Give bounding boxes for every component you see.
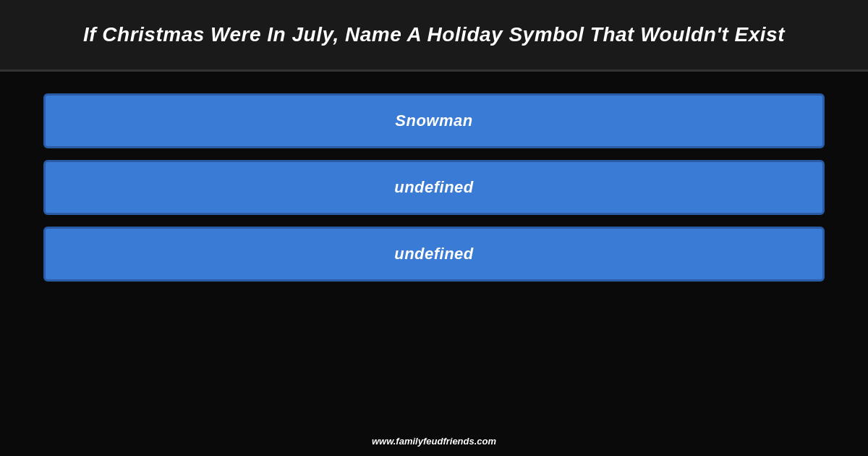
question-header: If Christmas Were In July, Name A Holida…: [0, 0, 868, 72]
answers-list: Snowman undefined undefined: [0, 72, 868, 303]
answer-item-3[interactable]: undefined: [43, 227, 825, 282]
answer-text-3: undefined: [394, 245, 474, 263]
answer-item-2[interactable]: undefined: [43, 160, 825, 215]
answer-text-2: undefined: [394, 178, 474, 196]
question-title: If Christmas Were In July, Name A Holida…: [29, 22, 839, 48]
footer: www.familyfeudfriends.com: [0, 434, 868, 447]
footer-url: www.familyfeudfriends.com: [372, 436, 496, 447]
answer-item-1[interactable]: Snowman: [43, 93, 825, 148]
answer-text-1: Snowman: [395, 111, 472, 130]
